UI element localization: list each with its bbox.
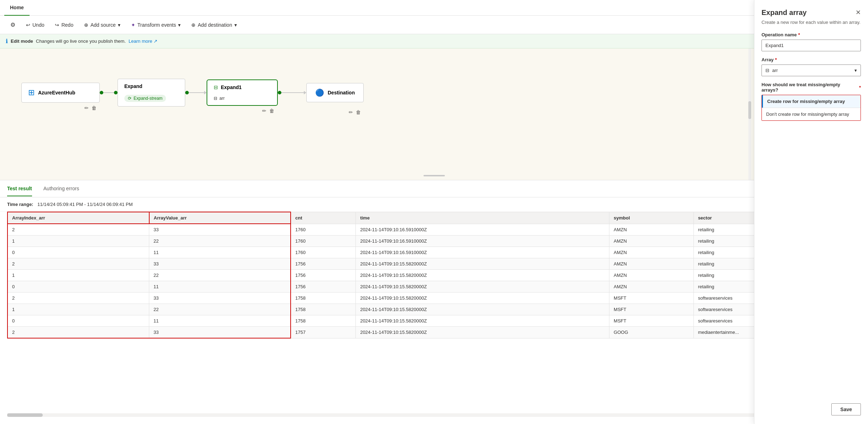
table-hscroll-track [7, 413, 857, 417]
info-bar: ℹ Edit mode Changes will go live once yo… [0, 34, 868, 48]
redo-button[interactable]: ↪ Redo [50, 20, 78, 30]
table-row: 01117562024-11-14T09:10:15.5820000ZAMZNr… [7, 281, 861, 293]
add-source-chevron-icon: ▾ [118, 22, 120, 28]
table-cell: 2024-11-14T09:10:15.5820000Z [356, 304, 609, 315]
array-value: arr [772, 68, 778, 73]
table-cell: AMZN [609, 224, 694, 236]
panel-footer: Save [762, 403, 861, 415]
table-cell: 1758 [291, 304, 356, 315]
event-hub-delete-btn[interactable]: 🗑 [92, 105, 97, 111]
table-cell: 22 [149, 304, 291, 315]
data-table: ArrayIndex_arr ArrayValue_arr cnt time s… [7, 212, 861, 338]
add-destination-button[interactable]: ⊕ Add destination ▾ [187, 20, 241, 30]
table-cell: 1760 [291, 247, 356, 258]
table-cell: 2024-11-14T09:10:15.5820000Z [356, 327, 609, 338]
add-source-button[interactable]: ⊕ Add source ▾ [79, 20, 125, 30]
tab-home[interactable]: Home [4, 0, 30, 16]
settings-icon: ⚙ [10, 21, 15, 28]
info-icon: ℹ [6, 38, 8, 45]
expand1-delete-btn[interactable]: 🗑 [269, 108, 274, 114]
option-create-row[interactable]: Create row for missing/empty array [762, 95, 861, 108]
table-row: 12217602024-11-14T09:10:16.5910000ZAMZNr… [7, 236, 861, 247]
table-cell: 1758 [291, 293, 356, 304]
vertical-scroll-thumb[interactable] [748, 101, 751, 119]
transform-events-button[interactable]: ✦ Transform events ▾ [126, 20, 185, 30]
col-arrayindex-arr: ArrayIndex_arr [7, 212, 149, 224]
undo-button[interactable]: ↩ Undo [21, 20, 49, 30]
settings-button[interactable]: ⚙ [6, 19, 20, 31]
edit-mode-label: Edit mode [11, 38, 33, 44]
transform-icon: ✦ [131, 22, 135, 28]
table-row: 23317582024-11-14T09:10:15.5820000ZMSFTs… [7, 293, 861, 304]
table-row: 23317572024-11-14T09:10:15.5820000ZGOOGm… [7, 327, 861, 338]
add-dest-icon: ⊕ [191, 22, 196, 28]
event-hub-label: AzureEventHub [38, 90, 75, 95]
table-cell: 2024-11-14T09:10:15.5820000Z [356, 258, 609, 270]
canvas-area: ⊞ AzureEventHub ✏ 🗑 Expand ⟳ Expand-stre… [0, 48, 868, 180]
table-cell: 1760 [291, 236, 356, 247]
table-cell: 33 [149, 258, 291, 270]
top-bar: Home ✏ Edit ▾ [0, 0, 868, 16]
node-destination[interactable]: 🔵 Destination ✏ 🗑 [306, 83, 364, 102]
tab-test-result[interactable]: Test result [7, 181, 32, 196]
table-cell: 2 [7, 258, 149, 270]
table-cell: 0 [7, 281, 149, 293]
array-chevron-icon: ▾ [854, 68, 857, 73]
event-hub-edit-btn[interactable]: ✏ [84, 105, 89, 111]
array-group: Array * ⊟ arr ▾ [762, 57, 861, 76]
close-button[interactable]: ✕ [856, 9, 861, 16]
expand-stream-icon: ⟳ [128, 96, 131, 101]
expand1-label: Expand1 [221, 84, 241, 90]
node-expand1[interactable]: ⊟ Expand1 ⊟ arr ✏ 🗑 [207, 79, 278, 106]
add-source-icon: ⊕ [84, 22, 88, 28]
table-cell: 1756 [291, 270, 356, 281]
table-cell: 1 [7, 270, 149, 281]
node-expand[interactable]: Expand ⟳ Expand-stream [118, 79, 185, 107]
time-range-value: 11/14/24 05:09:41 PM - 11/14/24 06:09:41… [37, 202, 132, 207]
table-cell: 2 [7, 327, 149, 338]
table-hscroll-thumb[interactable] [7, 413, 43, 417]
scroll-indicator [423, 175, 445, 176]
table-header-row: ArrayIndex_arr ArrayValue_arr cnt time s… [7, 212, 861, 224]
table-cell: 1760 [291, 224, 356, 236]
learn-more-link[interactable]: Learn more ↗ [129, 38, 157, 44]
expand1-edit-btn[interactable]: ✏ [262, 108, 266, 114]
option-dont-create[interactable]: Don't create row for missing/empty array [762, 108, 861, 120]
array-dropdown[interactable]: ⊟ arr ▾ [762, 64, 861, 76]
table-cell: AMZN [609, 258, 694, 270]
event-hub-icon: ⊞ [28, 88, 35, 97]
table-row: 23317562024-11-14T09:10:15.5820000ZAMZNr… [7, 258, 861, 270]
table-cell: AMZN [609, 281, 694, 293]
op-name-input[interactable] [762, 40, 861, 51]
save-button[interactable]: Save [831, 403, 861, 415]
col-arrayvalue-arr: ArrayValue_arr [149, 212, 291, 224]
table-cell: 2024-11-14T09:10:15.5820000Z [356, 315, 609, 327]
expand1-icon: ⊟ [214, 84, 218, 90]
panel-title: Expand array [762, 9, 807, 17]
dest-edit-btn[interactable]: ✏ [349, 109, 353, 115]
table-cell: 22 [149, 270, 291, 281]
arr-label: arr [219, 96, 225, 101]
node-azure-event-hub[interactable]: ⊞ AzureEventHub ✏ 🗑 [21, 83, 100, 103]
table-cell: 11 [149, 315, 291, 327]
table-cell: MSFT [609, 293, 694, 304]
table-row: 01117582024-11-14T09:10:15.5820000ZMSFTs… [7, 315, 861, 327]
bottom-panel: Test result Authoring errors Last hour ▾… [0, 180, 868, 424]
missing-label: How should we treat missing/empty arrays… [762, 82, 861, 93]
table-cell: AMZN [609, 247, 694, 258]
tab-authoring-errors[interactable]: Authoring errors [43, 181, 79, 196]
dest-delete-btn[interactable]: 🗑 [356, 109, 361, 115]
operation-name-group: Operation name * [762, 32, 861, 51]
table-cell: AMZN [609, 270, 694, 281]
time-range-info: Time range: 11/14/24 05:09:41 PM - 11/14… [7, 202, 133, 207]
panel-description: Create a new row for each value within a… [762, 20, 861, 25]
undo-icon: ↩ [26, 22, 30, 28]
table-row: 12217582024-11-14T09:10:15.5820000ZMSFTs… [7, 304, 861, 315]
table-cell: 1756 [291, 258, 356, 270]
table-cell: 2024-11-14T09:10:16.5910000Z [356, 224, 609, 236]
add-dest-chevron-icon: ▾ [234, 22, 237, 28]
expand-stream-label: Expand-stream [134, 96, 162, 101]
array-label: Array * [762, 57, 861, 62]
table-cell: 1 [7, 304, 149, 315]
table-cell: 11 [149, 247, 291, 258]
